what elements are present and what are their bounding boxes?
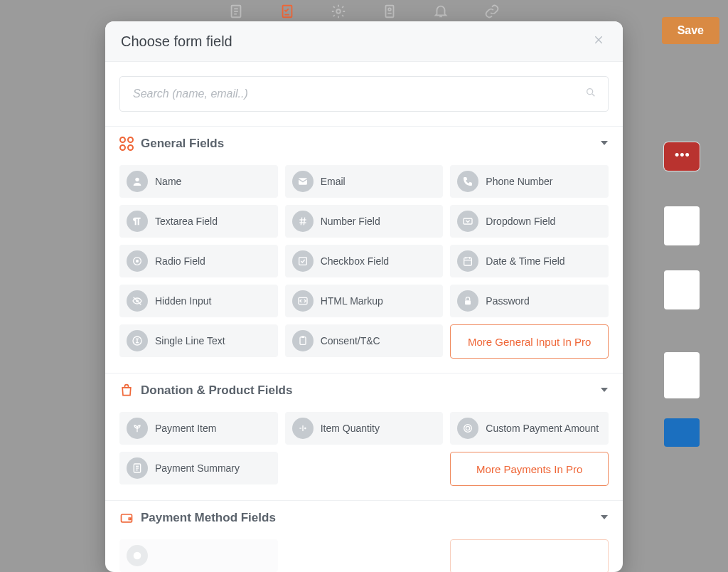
svg-line-14 xyxy=(592,94,594,96)
field-payment-item[interactable]: Payment Item xyxy=(119,412,278,445)
field-dropdown[interactable]: Dropdown Field xyxy=(450,205,609,238)
close-icon xyxy=(593,34,604,46)
svg-rect-37 xyxy=(465,300,471,304)
section-donation-title: Donation & Product Fields xyxy=(141,383,593,398)
field-name[interactable]: Name xyxy=(119,165,278,198)
hash-icon xyxy=(292,211,314,232)
svg-point-49 xyxy=(464,425,472,433)
field-payment-summary[interactable]: Payment Summary xyxy=(119,452,278,484)
field-textarea-label: Textarea Field xyxy=(155,216,218,227)
search-input[interactable] xyxy=(132,87,585,101)
field-email-label: Email xyxy=(321,176,346,187)
plant-icon xyxy=(127,418,148,439)
field-phone-label: Phone Number xyxy=(486,176,552,187)
field-single-line[interactable]: Single Line Text xyxy=(119,324,278,357)
chevron-down-icon xyxy=(600,512,609,524)
section-donation-header[interactable]: Donation & Product Fields xyxy=(105,374,623,408)
code-icon xyxy=(292,290,314,312)
field-payment-summary-label: Payment Summary xyxy=(155,462,240,474)
general-section-icon xyxy=(119,137,134,151)
dropdown-icon xyxy=(457,211,478,232)
svg-rect-17 xyxy=(120,145,125,150)
receipt-icon xyxy=(127,457,148,479)
svg-rect-30 xyxy=(464,258,472,265)
save-button[interactable]: Save xyxy=(662,17,719,44)
checkbox-icon xyxy=(292,250,314,272)
search-box[interactable] xyxy=(119,76,609,112)
bg-icon-badge xyxy=(381,3,398,20)
field-custom-amount[interactable]: Custom Payment Amount xyxy=(450,412,609,445)
app-root: Save ••• Choose form field xyxy=(0,0,728,572)
field-number[interactable]: Number Field xyxy=(285,205,444,238)
field-password[interactable]: Password xyxy=(450,285,609,317)
field-consent-label: Consent/T&C xyxy=(321,335,380,346)
svg-point-57 xyxy=(134,552,141,560)
modal-header: Choose form field xyxy=(105,21,623,62)
bg-icon-bell xyxy=(432,3,449,20)
field-name-label: Name xyxy=(155,176,181,187)
modal-body[interactable]: General Fields Name Email Phone Number xyxy=(105,62,623,572)
field-hidden-label: Hidden Input xyxy=(155,295,211,307)
lock-icon xyxy=(457,290,478,312)
coin-icon xyxy=(457,418,478,439)
choose-field-modal: Choose form field General Fields xyxy=(105,21,623,572)
field-textarea[interactable]: Textarea Field xyxy=(119,205,278,238)
section-payment-method-header[interactable]: Payment Method Fields xyxy=(105,501,623,535)
field-datetime-label: Date & Time Field xyxy=(486,255,564,267)
svg-marker-56 xyxy=(601,515,608,519)
bg-panel xyxy=(664,352,700,398)
field-datetime[interactable]: Date & Time Field xyxy=(450,245,609,277)
bg-blue-button xyxy=(664,418,700,447)
payment-pro-link[interactable] xyxy=(450,539,609,572)
field-placeholder[interactable] xyxy=(119,539,278,572)
calendar-icon xyxy=(457,250,478,272)
quantity-icon xyxy=(292,418,314,439)
modal-close-button[interactable] xyxy=(590,31,607,51)
section-donation: Donation & Product Fields Payment Item I… xyxy=(105,373,623,500)
bg-icon-doc xyxy=(228,3,245,20)
section-general: General Fields Name Email Phone Number xyxy=(105,126,623,373)
section-payment-method: Payment Method Fields xyxy=(105,500,623,572)
svg-rect-15 xyxy=(120,137,125,142)
svg-point-6 xyxy=(336,9,341,14)
placeholder-icon xyxy=(127,545,148,566)
svg-rect-4 xyxy=(283,6,292,18)
wallet-icon xyxy=(119,511,134,525)
section-payment-method-title: Payment Method Fields xyxy=(141,511,593,525)
chevron-down-icon xyxy=(600,384,609,397)
bg-icon-link xyxy=(483,3,500,20)
field-checkbox-label: Checkbox Field xyxy=(321,255,390,267)
svg-rect-26 xyxy=(464,218,472,224)
field-single-line-label: Single Line Text xyxy=(155,335,225,346)
svg-line-24 xyxy=(301,218,301,226)
field-html-label: HTML Markup xyxy=(321,295,383,307)
svg-point-13 xyxy=(587,89,593,95)
svg-rect-29 xyxy=(299,258,306,265)
field-consent[interactable]: Consent/T&C xyxy=(285,324,444,357)
field-email[interactable]: Email xyxy=(285,165,444,198)
field-radio[interactable]: Radio Field xyxy=(119,245,278,277)
general-pro-link[interactable]: More General Input In Pro xyxy=(450,324,609,359)
user-icon xyxy=(127,171,148,192)
field-hidden[interactable]: Hidden Input xyxy=(119,285,278,317)
field-payment-item-label: Payment Item xyxy=(155,423,216,434)
shopping-bag-icon xyxy=(119,383,134,398)
svg-point-50 xyxy=(466,426,470,430)
field-checkbox[interactable]: Checkbox Field xyxy=(285,245,444,277)
field-item-quantity[interactable]: Item Quantity xyxy=(285,412,444,445)
bg-icon-form xyxy=(279,3,296,20)
field-item-quantity-label: Item Quantity xyxy=(321,423,380,434)
bg-panel xyxy=(664,206,700,245)
bg-icon-gear xyxy=(330,3,347,20)
field-number-label: Number Field xyxy=(321,216,380,227)
field-password-label: Password xyxy=(486,295,529,307)
field-html[interactable]: HTML Markup xyxy=(285,285,444,317)
donation-pro-link[interactable]: More Payments In Pro xyxy=(450,452,609,486)
svg-rect-18 xyxy=(128,145,133,150)
paragraph-icon xyxy=(127,211,148,232)
section-general-header[interactable]: General Fields xyxy=(105,127,623,161)
field-radio-label: Radio Field xyxy=(155,255,205,267)
svg-point-20 xyxy=(135,178,139,181)
field-phone[interactable]: Phone Number xyxy=(450,165,609,198)
radio-icon xyxy=(127,250,148,272)
